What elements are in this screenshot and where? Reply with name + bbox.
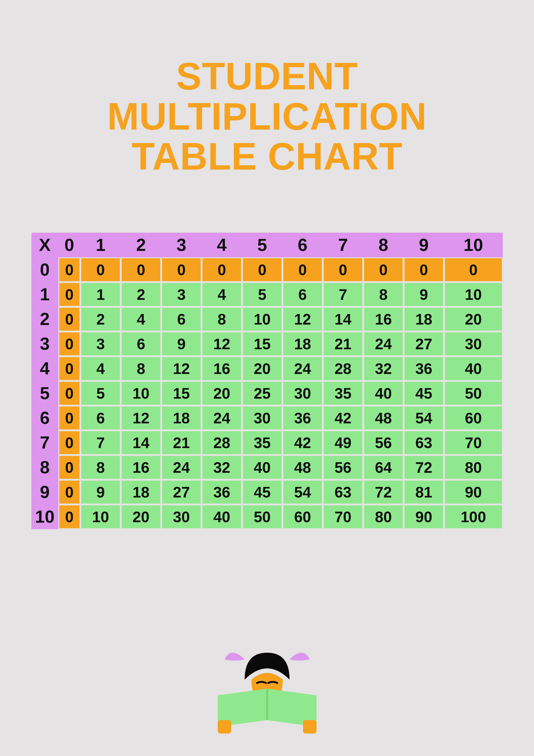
col-header: 5 <box>242 233 282 257</box>
product-cell: 27 <box>161 480 202 504</box>
product-cell: 2 <box>121 282 161 307</box>
product-cell: 30 <box>282 381 323 406</box>
product-cell: 56 <box>323 455 363 480</box>
zero-cell: 0 <box>242 257 282 282</box>
product-cell: 21 <box>161 430 202 455</box>
product-cell: 28 <box>323 356 363 381</box>
product-cell: 9 <box>80 480 121 504</box>
row-header: 1 <box>32 282 58 307</box>
title-line-1: STUDENT <box>176 55 358 97</box>
zero-cell: 0 <box>404 257 444 282</box>
product-cell: 8 <box>121 356 161 381</box>
product-cell: 1 <box>80 282 121 307</box>
zero-cell: 0 <box>58 504 81 529</box>
product-cell: 63 <box>323 480 363 504</box>
col-header: 9 <box>404 233 444 257</box>
product-cell: 16 <box>121 455 161 480</box>
zero-cell: 0 <box>121 257 161 282</box>
row-header: 6 <box>32 406 58 430</box>
product-cell: 6 <box>282 282 323 307</box>
svg-rect-4 <box>303 720 317 734</box>
zero-cell: 0 <box>363 257 404 282</box>
page-title: STUDENT MULTIPLICATION TABLE CHART <box>0 56 534 176</box>
zero-cell: 0 <box>282 257 323 282</box>
row-header: 7 <box>32 430 58 455</box>
product-cell: 72 <box>363 480 404 504</box>
product-cell: 16 <box>363 307 404 332</box>
product-cell: 100 <box>444 504 503 529</box>
col-header: 0 <box>58 233 81 257</box>
product-cell: 42 <box>323 406 363 430</box>
product-cell: 42 <box>282 430 323 455</box>
product-cell: 50 <box>242 504 282 529</box>
zero-cell: 0 <box>80 257 121 282</box>
col-header: 4 <box>202 233 242 257</box>
col-header: 8 <box>363 233 404 257</box>
product-cell: 49 <box>323 430 363 455</box>
product-cell: 60 <box>444 406 503 430</box>
product-cell: 35 <box>323 381 363 406</box>
product-cell: 16 <box>202 356 242 381</box>
product-cell: 36 <box>282 406 323 430</box>
row-header: 10 <box>32 504 58 529</box>
product-cell: 24 <box>202 406 242 430</box>
product-cell: 81 <box>404 480 444 504</box>
product-cell: 5 <box>242 282 282 307</box>
row-header: 3 <box>32 332 58 356</box>
product-cell: 4 <box>121 307 161 332</box>
product-cell: 4 <box>80 356 121 381</box>
product-cell: 18 <box>161 406 202 430</box>
product-cell: 12 <box>282 307 323 332</box>
student-reading-illustration <box>211 644 323 734</box>
product-cell: 40 <box>242 455 282 480</box>
product-cell: 15 <box>242 332 282 356</box>
product-cell: 63 <box>404 430 444 455</box>
zero-cell: 0 <box>161 257 202 282</box>
product-cell: 48 <box>282 455 323 480</box>
product-cell: 36 <box>202 480 242 504</box>
zero-cell: 0 <box>58 307 81 332</box>
product-cell: 20 <box>242 356 282 381</box>
multiplication-table: X012345678910000000000000101234567891020… <box>32 233 503 529</box>
zero-cell: 0 <box>58 381 81 406</box>
product-cell: 21 <box>323 332 363 356</box>
product-cell: 80 <box>363 504 404 529</box>
product-cell: 20 <box>202 381 242 406</box>
product-cell: 14 <box>323 307 363 332</box>
product-cell: 45 <box>404 381 444 406</box>
row-header: 5 <box>32 381 58 406</box>
product-cell: 10 <box>444 282 503 307</box>
row-header: 8 <box>32 455 58 480</box>
product-cell: 8 <box>80 455 121 480</box>
product-cell: 6 <box>121 332 161 356</box>
product-cell: 54 <box>404 406 444 430</box>
product-cell: 40 <box>363 381 404 406</box>
title-line-3: TABLE CHART <box>132 135 402 178</box>
zero-cell: 0 <box>323 257 363 282</box>
product-cell: 60 <box>282 504 323 529</box>
product-cell: 36 <box>404 356 444 381</box>
product-cell: 12 <box>161 356 202 381</box>
col-header: 3 <box>161 233 202 257</box>
product-cell: 48 <box>363 406 404 430</box>
zero-cell: 0 <box>58 480 81 504</box>
zero-cell: 0 <box>58 406 81 430</box>
product-cell: 3 <box>161 282 202 307</box>
row-header: 9 <box>32 480 58 504</box>
product-cell: 40 <box>202 504 242 529</box>
row-header: 2 <box>32 307 58 332</box>
product-cell: 45 <box>242 480 282 504</box>
zero-cell: 0 <box>58 282 81 307</box>
product-cell: 24 <box>363 332 404 356</box>
product-cell: 30 <box>161 504 202 529</box>
product-cell: 3 <box>80 332 121 356</box>
product-cell: 90 <box>444 480 503 504</box>
col-header: 6 <box>282 233 323 257</box>
product-cell: 27 <box>404 332 444 356</box>
product-cell: 20 <box>444 307 503 332</box>
product-cell: 8 <box>363 282 404 307</box>
col-header: 7 <box>323 233 363 257</box>
page-title-block: STUDENT MULTIPLICATION TABLE CHART <box>0 0 534 203</box>
product-cell: 24 <box>161 455 202 480</box>
product-cell: 10 <box>80 504 121 529</box>
